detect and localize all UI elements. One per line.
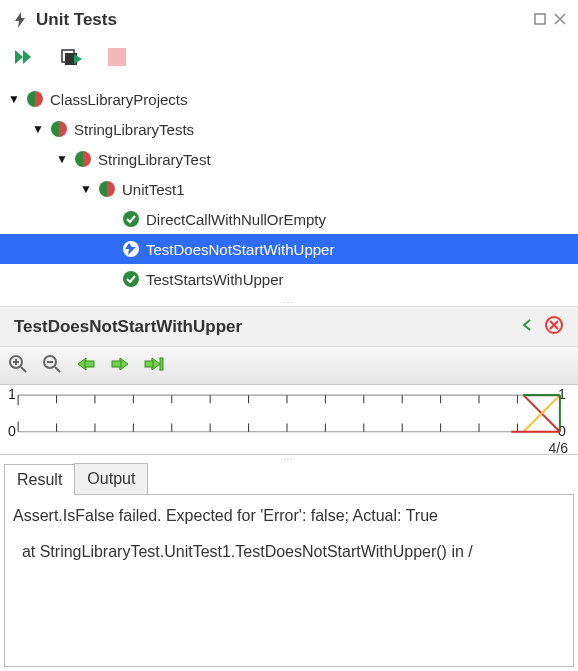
partial-icon bbox=[50, 120, 68, 138]
history-toolbar bbox=[0, 347, 578, 385]
tree-item-label: DirectCallWithNullOrEmpty bbox=[146, 211, 326, 228]
run-selected-icon[interactable] bbox=[60, 48, 84, 66]
svg-rect-0 bbox=[535, 14, 545, 24]
close-icon[interactable] bbox=[554, 12, 566, 28]
nav-forward-icon[interactable] bbox=[110, 356, 130, 375]
splitter-horizontal[interactable]: ⋯ bbox=[0, 298, 578, 306]
stack-line: at StringLibraryTest.UnitTest1.TestDoesN… bbox=[13, 539, 565, 565]
stop-button-icon[interactable] bbox=[108, 48, 126, 66]
svg-rect-15 bbox=[145, 361, 153, 367]
run-all-icon[interactable] bbox=[14, 48, 36, 66]
tree-item-TestStartsWithUpper[interactable]: TestStartsWithUpper bbox=[0, 264, 578, 294]
expand-arrow-icon[interactable]: ▼ bbox=[80, 182, 92, 196]
svg-point-7 bbox=[123, 211, 139, 227]
chart-counter: 4/6 bbox=[549, 440, 568, 456]
result-line: Assert.IsFalse failed. Expected for 'Err… bbox=[13, 503, 565, 529]
svg-rect-13 bbox=[85, 361, 94, 367]
tree-item-StringLibraryTests[interactable]: ▼StringLibraryTests bbox=[0, 114, 578, 144]
pass-icon bbox=[122, 210, 140, 228]
tree-item-label: UnitTest1 bbox=[122, 181, 185, 198]
tree-item-UnitTest1[interactable]: ▼UnitTest1 bbox=[0, 174, 578, 204]
tree-item-label: ClassLibraryProjects bbox=[50, 91, 188, 108]
expand-arrow-icon[interactable]: ▼ bbox=[8, 92, 20, 106]
tree-item-label: StringLibraryTest bbox=[98, 151, 211, 168]
fail-icon bbox=[122, 240, 140, 258]
detail-header: TestDoesNotStartWithUpper bbox=[0, 306, 578, 347]
tab-result[interactable]: Result bbox=[4, 464, 75, 495]
undock-icon[interactable] bbox=[534, 12, 546, 28]
tree-item-label: TestDoesNotStartWithUpper bbox=[146, 241, 334, 258]
prev-failure-icon[interactable] bbox=[520, 318, 534, 335]
result-pane: Assert.IsFalse failed. Expected for 'Err… bbox=[4, 495, 574, 667]
toolbar bbox=[0, 38, 578, 80]
tree-item-ClassLibraryProjects[interactable]: ▼ClassLibraryProjects bbox=[0, 84, 578, 114]
svg-rect-14 bbox=[112, 361, 121, 367]
history-chart[interactable]: 1 1 0 0 4/6 bbox=[0, 385, 578, 455]
tab-output[interactable]: Output bbox=[74, 463, 148, 494]
test-tree: ▼ClassLibraryProjects▼StringLibraryTests… bbox=[0, 80, 578, 298]
result-tabs: Result Output bbox=[4, 463, 574, 495]
tree-item-label: TestStartsWithUpper bbox=[146, 271, 284, 288]
fail-indicator-icon bbox=[544, 315, 564, 338]
nav-last-icon[interactable] bbox=[144, 356, 166, 375]
lightning-icon bbox=[12, 12, 28, 28]
panel-titlebar: Unit Tests bbox=[0, 0, 578, 38]
zoom-out-icon[interactable] bbox=[42, 354, 62, 377]
y-tick-1: 1 bbox=[8, 387, 16, 402]
partial-icon bbox=[74, 150, 92, 168]
tree-item-TestDoesNotStartWithUpper[interactable]: TestDoesNotStartWithUpper bbox=[0, 234, 578, 264]
svg-rect-16 bbox=[160, 358, 163, 370]
nav-back-icon[interactable] bbox=[76, 356, 96, 375]
expand-arrow-icon[interactable]: ▼ bbox=[32, 122, 44, 136]
tree-item-StringLibraryTest[interactable]: ▼StringLibraryTest bbox=[0, 144, 578, 174]
svg-text:0: 0 bbox=[8, 423, 16, 439]
tree-item-label: StringLibraryTests bbox=[74, 121, 194, 138]
panel-title: Unit Tests bbox=[36, 10, 117, 30]
partial-icon bbox=[98, 180, 116, 198]
pass-icon bbox=[122, 270, 140, 288]
selected-test-name: TestDoesNotStartWithUpper bbox=[14, 317, 510, 337]
svg-point-9 bbox=[123, 271, 139, 287]
splitter-horizontal-2[interactable]: ⋯ bbox=[0, 455, 578, 463]
partial-icon bbox=[26, 90, 44, 108]
zoom-in-icon[interactable] bbox=[8, 354, 28, 377]
expand-arrow-icon[interactable]: ▼ bbox=[56, 152, 68, 166]
tree-item-DirectCallWithNullOrEmpty[interactable]: DirectCallWithNullOrEmpty bbox=[0, 204, 578, 234]
